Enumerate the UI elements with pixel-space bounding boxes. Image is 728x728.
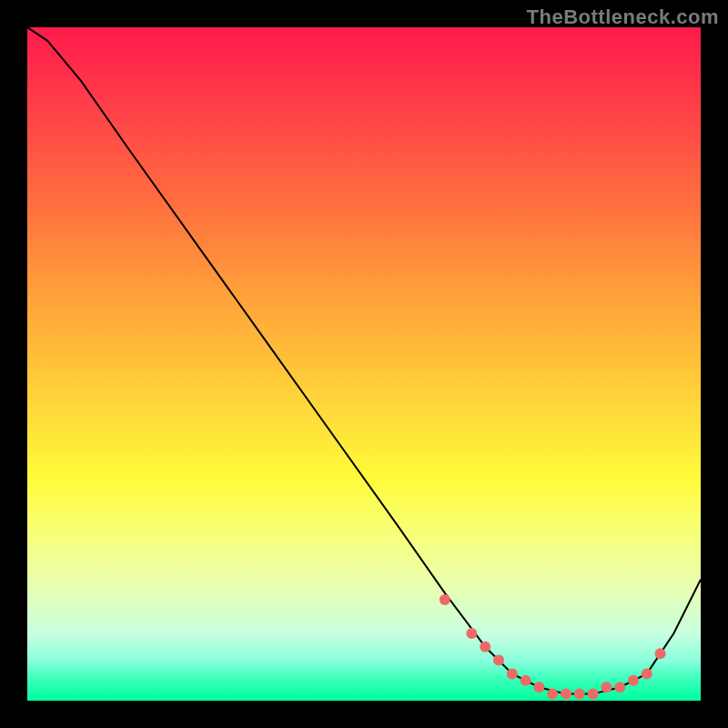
curve-marker xyxy=(655,648,666,659)
curve-marker xyxy=(561,689,571,700)
curve-marker xyxy=(440,594,450,605)
curve-marker xyxy=(521,675,531,686)
curve-marker xyxy=(466,628,477,639)
plot-area xyxy=(27,27,701,701)
curve-layer xyxy=(27,27,701,701)
curve-marker xyxy=(601,682,612,693)
curve-markers xyxy=(440,594,666,700)
bottleneck-curve xyxy=(27,27,701,694)
curve-marker xyxy=(588,689,599,700)
curve-marker xyxy=(574,689,585,700)
curve-marker xyxy=(493,655,504,666)
chart-frame: TheBottleneck.com xyxy=(0,0,728,728)
curve-marker xyxy=(480,642,490,652)
curve-marker xyxy=(547,689,558,700)
curve-marker xyxy=(628,675,639,686)
curve-marker xyxy=(642,668,652,679)
curve-marker xyxy=(507,668,518,679)
watermark-text: TheBottleneck.com xyxy=(527,5,719,29)
curve-marker xyxy=(614,682,625,693)
curve-marker xyxy=(533,682,544,693)
